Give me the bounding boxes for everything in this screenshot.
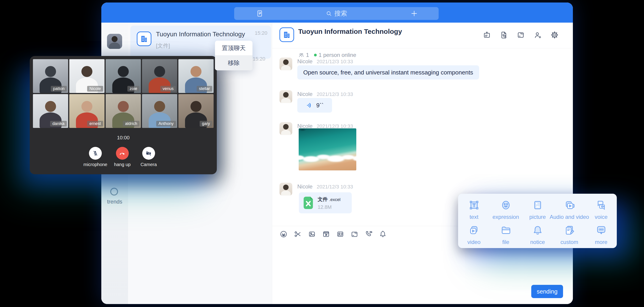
voice-message-bubble[interactable]: 9`` bbox=[297, 98, 332, 113]
panel-item-more[interactable]: more bbox=[585, 224, 617, 245]
voice-icon bbox=[595, 199, 607, 211]
panel-item-picture[interactable]: picture bbox=[522, 199, 554, 220]
members-icon bbox=[298, 52, 304, 58]
chat-main: Tuoyun Information Technology 1 1 person… bbox=[272, 23, 573, 304]
sidebar-item-trends[interactable]: trends bbox=[101, 199, 128, 205]
notice-icon bbox=[532, 224, 544, 236]
video-icon bbox=[468, 224, 480, 236]
settings-icon[interactable] bbox=[550, 31, 559, 39]
screenshot-scissors-icon[interactable] bbox=[294, 230, 302, 238]
message-sender-avatar[interactable] bbox=[280, 183, 292, 196]
online-dot bbox=[314, 54, 317, 56]
building-icon bbox=[140, 34, 148, 43]
picture-icon[interactable] bbox=[308, 230, 316, 238]
video-tile[interactable]: ernest bbox=[69, 94, 104, 128]
image-message-beach[interactable] bbox=[299, 128, 356, 170]
search-field[interactable]: 搜索 bbox=[234, 7, 439, 20]
message-sender-avatar[interactable] bbox=[280, 122, 292, 135]
participant-name: ernest bbox=[87, 121, 103, 127]
file-message-bubble[interactable]: 文件 .excel 12.8M bbox=[299, 192, 352, 213]
video-tile[interactable]: Nicole bbox=[69, 59, 104, 93]
file-ext: .excel bbox=[329, 197, 340, 202]
contact-card-icon[interactable] bbox=[336, 230, 344, 238]
send-button[interactable]: sending bbox=[531, 285, 563, 298]
sender-name: Nicole bbox=[297, 91, 312, 97]
chat-subtitle-row: 1 1 person online bbox=[298, 52, 356, 58]
chat-record-search-icon[interactable] bbox=[500, 31, 508, 39]
my-avatar[interactable] bbox=[107, 34, 122, 49]
call-icon[interactable] bbox=[364, 230, 373, 238]
participant-name: gary bbox=[200, 121, 212, 127]
video-tile[interactable]: aldrich bbox=[106, 94, 141, 128]
emoji-icon[interactable] bbox=[280, 230, 288, 238]
file-name: 文件 .excel bbox=[318, 196, 340, 203]
folder-icon[interactable] bbox=[516, 31, 525, 39]
conversation-time: 15:20 bbox=[255, 30, 267, 36]
audio-video-icon bbox=[564, 199, 576, 211]
search-bar[interactable]: 搜索 bbox=[234, 7, 439, 20]
conversation-last-message: [文件] bbox=[156, 42, 170, 49]
message-sender-avatar[interactable] bbox=[280, 90, 292, 103]
participant-name: Anthony bbox=[156, 121, 176, 127]
message-type-panel: text expression picture bbox=[458, 194, 617, 248]
panel-item-notice[interactable]: notice bbox=[522, 224, 554, 245]
board-icon[interactable] bbox=[483, 31, 491, 39]
panel-item-custom[interactable]: custom bbox=[554, 224, 585, 245]
picture-icon bbox=[532, 199, 544, 211]
video-call-panel: patton Nicole zoie venus stellar danika … bbox=[30, 56, 217, 174]
panel-item-text[interactable]: text bbox=[458, 199, 490, 220]
participant-name: venus bbox=[160, 86, 176, 92]
microphone-label: microphone bbox=[84, 162, 108, 167]
search-icon bbox=[326, 10, 332, 17]
hang-up-button[interactable] bbox=[116, 147, 129, 160]
camera-button[interactable] bbox=[142, 147, 155, 160]
camera-muted-icon bbox=[145, 150, 152, 157]
message-sender-avatar[interactable] bbox=[280, 57, 292, 70]
panel-item-voice[interactable]: voice bbox=[585, 199, 617, 220]
file-icon bbox=[500, 224, 512, 236]
conversation-title: Tuoyun Information Technology bbox=[156, 31, 245, 38]
participant-name: patton bbox=[51, 86, 67, 92]
conversation-2-time: 15:20 bbox=[253, 56, 265, 62]
video-tile[interactable]: patton bbox=[33, 59, 68, 93]
more-icon bbox=[595, 224, 607, 236]
member-count: 1 bbox=[306, 52, 309, 58]
video-tile[interactable]: gary bbox=[178, 94, 214, 128]
chat-header-group-avatar bbox=[280, 27, 294, 42]
chat-header-actions bbox=[483, 31, 559, 39]
excel-file-icon bbox=[302, 196, 314, 210]
add-member-icon[interactable] bbox=[534, 31, 542, 39]
panel-item-file[interactable]: file bbox=[490, 224, 522, 245]
video-tile[interactable]: zoie bbox=[106, 59, 141, 93]
sender-name: Nicole bbox=[297, 183, 312, 190]
message-time: 2021/12/3 10:33 bbox=[317, 91, 353, 97]
menu-item-remove[interactable]: 移除 bbox=[215, 55, 252, 70]
video-tile[interactable]: stellar bbox=[178, 59, 214, 93]
text-icon bbox=[468, 199, 480, 211]
text-message-bubble[interactable]: Open source, free, and universal instant… bbox=[297, 65, 479, 79]
trends-icon[interactable] bbox=[110, 188, 118, 196]
video-tile[interactable]: Anthony bbox=[142, 94, 177, 128]
panel-item-audio-video[interactable]: Audio and video bbox=[554, 199, 585, 220]
call-timer: 10:00 bbox=[30, 135, 217, 141]
expression-icon bbox=[500, 199, 512, 211]
panel-item-video[interactable]: video bbox=[458, 224, 490, 245]
microphone-button[interactable] bbox=[89, 147, 102, 160]
message-meta: Nicole 2021/12/3 10:33 bbox=[297, 183, 353, 190]
video-tile[interactable]: venus bbox=[142, 59, 177, 93]
message-meta: Nicole 2021/12/3 10:33 bbox=[297, 91, 353, 97]
menu-item-pin-chat[interactable]: 置顶聊天 bbox=[215, 41, 252, 55]
add-plus-icon[interactable] bbox=[410, 9, 418, 17]
header-divider bbox=[272, 48, 573, 48]
video-clapper-icon[interactable] bbox=[322, 230, 330, 238]
video-tile[interactable]: danika bbox=[33, 94, 68, 128]
send-button-label: sending bbox=[537, 288, 558, 295]
notice-bell-icon[interactable] bbox=[379, 230, 387, 238]
online-status: 1 person online bbox=[318, 52, 356, 58]
camera-label: Camera bbox=[140, 162, 157, 167]
page-background: 搜索 trends bbox=[0, 0, 644, 307]
panel-item-expression[interactable]: expression bbox=[490, 199, 522, 220]
hangup-label: hang up bbox=[114, 162, 130, 167]
file-folder-icon[interactable] bbox=[350, 230, 358, 238]
participant-name: stellar bbox=[197, 86, 212, 92]
